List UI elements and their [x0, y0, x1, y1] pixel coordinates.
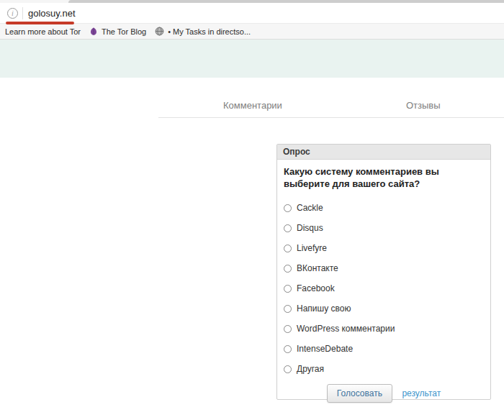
tabs-divider — [158, 117, 504, 118]
address-bar[interactable]: i golosuy.net — [0, 3, 504, 24]
radio-button-icon[interactable] — [284, 245, 292, 252]
poll-option[interactable]: ВКонтакте — [284, 258, 484, 278]
radio-button-icon[interactable] — [284, 285, 292, 293]
poll-option-label: Disqus — [297, 223, 323, 233]
poll-option[interactable]: Другая — [284, 359, 484, 379]
bookmark-my-tasks[interactable]: • My Tasks in directso... — [155, 27, 251, 36]
radio-button-icon[interactable] — [284, 365, 292, 373]
poll-option[interactable]: IntenseDebate — [284, 339, 484, 359]
bookmark-learn-more-about-tor[interactable]: Learn more about Tor — [5, 27, 81, 36]
poll-option-label: Facebook — [297, 283, 335, 293]
radio-button-icon[interactable] — [284, 325, 292, 333]
address-bar-divider — [22, 7, 23, 19]
poll-footer: Голосовать результат — [284, 384, 484, 403]
url-text[interactable]: golosuy.net — [28, 8, 76, 19]
poll-option-label: IntenseDebate — [297, 344, 353, 354]
radio-button-icon[interactable] — [284, 265, 292, 273]
poll-body: Какую систему комментариев вы выберите д… — [277, 160, 490, 403]
bookmark-the-tor-blog[interactable]: The Tor Blog — [89, 27, 146, 36]
poll-option-label: Другая — [297, 364, 324, 374]
poll-options: CackleDisqusLivefyreВКонтактеFacebookНап… — [284, 198, 484, 379]
poll-option-label: ВКонтакте — [297, 263, 338, 273]
poll-option[interactable]: WordPress комментарии — [284, 319, 484, 339]
result-link[interactable]: результат — [402, 388, 441, 398]
poll-option-label: Напишу свою — [297, 303, 351, 314]
poll-option[interactable]: Facebook — [284, 278, 484, 298]
radio-button-icon[interactable] — [284, 204, 292, 212]
poll-header: Опрос — [277, 145, 490, 160]
browser-window: i golosuy.net Learn more about Tor The T… — [0, 0, 504, 420]
bookmarks-bar: Learn more about Tor The Tor Blog • My T… — [0, 24, 504, 40]
radio-button-icon[interactable] — [284, 224, 292, 232]
radio-button-icon[interactable] — [284, 345, 292, 353]
bookmark-label: The Tor Blog — [102, 27, 146, 36]
poll-widget: Опрос Какую систему комментариев вы выбе… — [276, 144, 491, 400]
site-info-icon[interactable]: i — [7, 8, 18, 19]
poll-option-label: Cackle — [297, 203, 323, 213]
poll-option[interactable]: Livefyre — [284, 238, 484, 258]
bookmark-label: Learn more about Tor — [5, 27, 81, 36]
tab-comments[interactable]: Комментарии — [223, 100, 282, 111]
page-hero-band — [0, 40, 504, 78]
red-annotation-underline — [6, 22, 74, 24]
tor-onion-icon — [89, 27, 98, 36]
poll-option-label: Livefyre — [297, 243, 327, 253]
bookmark-label: • My Tasks in directso... — [168, 27, 251, 36]
radio-button-icon[interactable] — [284, 305, 292, 313]
poll-option[interactable]: Напишу свою — [284, 298, 484, 319]
globe-icon — [155, 27, 164, 36]
vote-button[interactable]: Голосовать — [327, 384, 392, 403]
poll-option[interactable]: Disqus — [284, 218, 484, 238]
poll-question: Какую систему комментариев вы выберите д… — [284, 165, 482, 190]
tab-reviews[interactable]: Отзывы — [406, 100, 441, 111]
poll-option-label: WordPress комментарии — [297, 324, 395, 334]
poll-option[interactable]: Cackle — [284, 198, 484, 218]
